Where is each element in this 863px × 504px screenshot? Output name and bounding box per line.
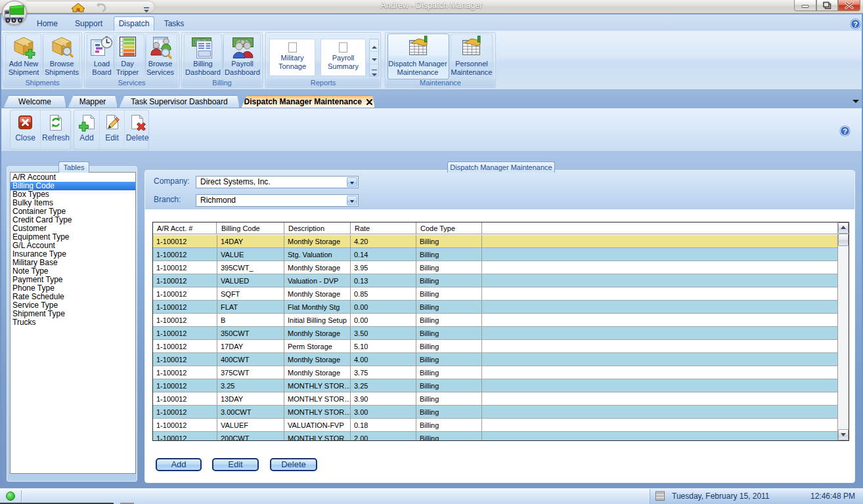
svg-text:?: ?	[853, 20, 858, 28]
svg-text:?: ?	[843, 127, 847, 135]
